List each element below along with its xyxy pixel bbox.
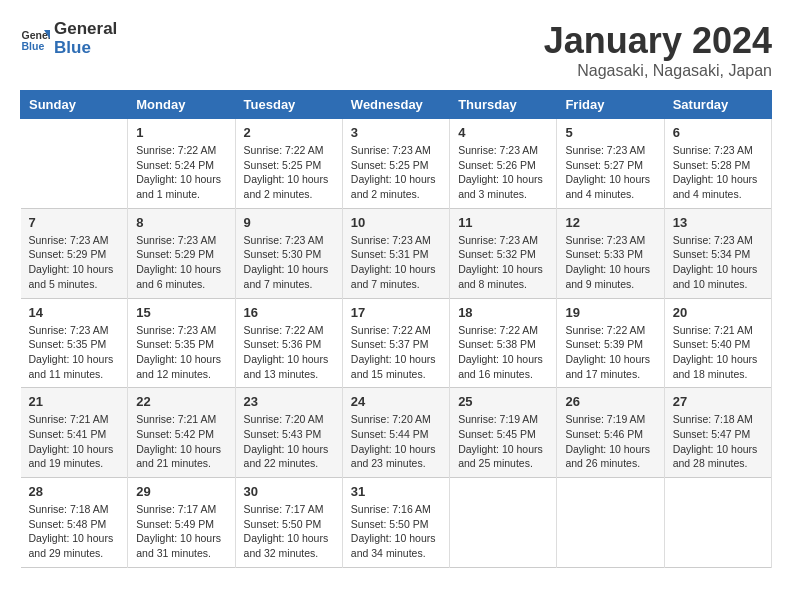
column-header-monday: Monday <box>128 91 235 119</box>
day-number: 2 <box>244 125 334 140</box>
day-number: 16 <box>244 305 334 320</box>
day-number: 8 <box>136 215 226 230</box>
day-info: Sunrise: 7:23 AM Sunset: 5:25 PM Dayligh… <box>351 143 441 202</box>
day-info: Sunrise: 7:17 AM Sunset: 5:49 PM Dayligh… <box>136 502 226 561</box>
calendar-cell: 14Sunrise: 7:23 AM Sunset: 5:35 PM Dayli… <box>21 298 128 388</box>
logo-general: General <box>54 20 117 39</box>
column-header-tuesday: Tuesday <box>235 91 342 119</box>
day-number: 29 <box>136 484 226 499</box>
week-row-3: 14Sunrise: 7:23 AM Sunset: 5:35 PM Dayli… <box>21 298 772 388</box>
day-info: Sunrise: 7:23 AM Sunset: 5:27 PM Dayligh… <box>565 143 655 202</box>
calendar-table: SundayMondayTuesdayWednesdayThursdayFrid… <box>20 90 772 568</box>
day-number: 22 <box>136 394 226 409</box>
calendar-cell: 17Sunrise: 7:22 AM Sunset: 5:37 PM Dayli… <box>342 298 449 388</box>
calendar-cell: 25Sunrise: 7:19 AM Sunset: 5:45 PM Dayli… <box>450 388 557 478</box>
calendar-cell <box>557 478 664 568</box>
day-info: Sunrise: 7:22 AM Sunset: 5:36 PM Dayligh… <box>244 323 334 382</box>
calendar-cell: 1Sunrise: 7:22 AM Sunset: 5:24 PM Daylig… <box>128 119 235 209</box>
day-info: Sunrise: 7:20 AM Sunset: 5:44 PM Dayligh… <box>351 412 441 471</box>
calendar-cell: 27Sunrise: 7:18 AM Sunset: 5:47 PM Dayli… <box>664 388 771 478</box>
day-info: Sunrise: 7:18 AM Sunset: 5:48 PM Dayligh… <box>29 502 120 561</box>
column-header-thursday: Thursday <box>450 91 557 119</box>
calendar-cell: 30Sunrise: 7:17 AM Sunset: 5:50 PM Dayli… <box>235 478 342 568</box>
calendar-cell: 8Sunrise: 7:23 AM Sunset: 5:29 PM Daylig… <box>128 208 235 298</box>
calendar-cell <box>21 119 128 209</box>
day-number: 18 <box>458 305 548 320</box>
day-number: 31 <box>351 484 441 499</box>
calendar-cell: 13Sunrise: 7:23 AM Sunset: 5:34 PM Dayli… <box>664 208 771 298</box>
calendar-cell <box>450 478 557 568</box>
day-number: 21 <box>29 394 120 409</box>
day-info: Sunrise: 7:23 AM Sunset: 5:29 PM Dayligh… <box>136 233 226 292</box>
column-header-sunday: Sunday <box>21 91 128 119</box>
week-row-1: 1Sunrise: 7:22 AM Sunset: 5:24 PM Daylig… <box>21 119 772 209</box>
calendar-cell: 29Sunrise: 7:17 AM Sunset: 5:49 PM Dayli… <box>128 478 235 568</box>
calendar-cell: 2Sunrise: 7:22 AM Sunset: 5:25 PM Daylig… <box>235 119 342 209</box>
svg-text:Blue: Blue <box>22 39 45 51</box>
day-info: Sunrise: 7:22 AM Sunset: 5:37 PM Dayligh… <box>351 323 441 382</box>
calendar-cell: 4Sunrise: 7:23 AM Sunset: 5:26 PM Daylig… <box>450 119 557 209</box>
calendar-cell: 22Sunrise: 7:21 AM Sunset: 5:42 PM Dayli… <box>128 388 235 478</box>
calendar-cell: 28Sunrise: 7:18 AM Sunset: 5:48 PM Dayli… <box>21 478 128 568</box>
day-info: Sunrise: 7:23 AM Sunset: 5:32 PM Dayligh… <box>458 233 548 292</box>
day-info: Sunrise: 7:21 AM Sunset: 5:42 PM Dayligh… <box>136 412 226 471</box>
day-info: Sunrise: 7:23 AM Sunset: 5:34 PM Dayligh… <box>673 233 763 292</box>
calendar-cell: 16Sunrise: 7:22 AM Sunset: 5:36 PM Dayli… <box>235 298 342 388</box>
day-number: 23 <box>244 394 334 409</box>
calendar-cell: 3Sunrise: 7:23 AM Sunset: 5:25 PM Daylig… <box>342 119 449 209</box>
day-info: Sunrise: 7:23 AM Sunset: 5:35 PM Dayligh… <box>136 323 226 382</box>
title-block: January 2024 Nagasaki, Nagasaki, Japan <box>544 20 772 80</box>
day-info: Sunrise: 7:17 AM Sunset: 5:50 PM Dayligh… <box>244 502 334 561</box>
calendar-cell: 20Sunrise: 7:21 AM Sunset: 5:40 PM Dayli… <box>664 298 771 388</box>
day-info: Sunrise: 7:21 AM Sunset: 5:41 PM Dayligh… <box>29 412 120 471</box>
column-header-friday: Friday <box>557 91 664 119</box>
day-number: 5 <box>565 125 655 140</box>
day-number: 26 <box>565 394 655 409</box>
calendar-cell: 9Sunrise: 7:23 AM Sunset: 5:30 PM Daylig… <box>235 208 342 298</box>
calendar-cell: 26Sunrise: 7:19 AM Sunset: 5:46 PM Dayli… <box>557 388 664 478</box>
calendar-cell: 31Sunrise: 7:16 AM Sunset: 5:50 PM Dayli… <box>342 478 449 568</box>
calendar-cell: 11Sunrise: 7:23 AM Sunset: 5:32 PM Dayli… <box>450 208 557 298</box>
week-row-4: 21Sunrise: 7:21 AM Sunset: 5:41 PM Dayli… <box>21 388 772 478</box>
calendar-cell: 5Sunrise: 7:23 AM Sunset: 5:27 PM Daylig… <box>557 119 664 209</box>
calendar-cell: 21Sunrise: 7:21 AM Sunset: 5:41 PM Dayli… <box>21 388 128 478</box>
day-info: Sunrise: 7:22 AM Sunset: 5:38 PM Dayligh… <box>458 323 548 382</box>
day-info: Sunrise: 7:23 AM Sunset: 5:33 PM Dayligh… <box>565 233 655 292</box>
day-number: 4 <box>458 125 548 140</box>
week-row-5: 28Sunrise: 7:18 AM Sunset: 5:48 PM Dayli… <box>21 478 772 568</box>
day-number: 1 <box>136 125 226 140</box>
column-header-wednesday: Wednesday <box>342 91 449 119</box>
day-info: Sunrise: 7:20 AM Sunset: 5:43 PM Dayligh… <box>244 412 334 471</box>
calendar-cell: 6Sunrise: 7:23 AM Sunset: 5:28 PM Daylig… <box>664 119 771 209</box>
column-headers: SundayMondayTuesdayWednesdayThursdayFrid… <box>21 91 772 119</box>
day-number: 10 <box>351 215 441 230</box>
day-info: Sunrise: 7:23 AM Sunset: 5:31 PM Dayligh… <box>351 233 441 292</box>
day-number: 24 <box>351 394 441 409</box>
day-info: Sunrise: 7:22 AM Sunset: 5:24 PM Dayligh… <box>136 143 226 202</box>
calendar-cell: 15Sunrise: 7:23 AM Sunset: 5:35 PM Dayli… <box>128 298 235 388</box>
day-number: 28 <box>29 484 120 499</box>
calendar-cell <box>664 478 771 568</box>
calendar-cell: 24Sunrise: 7:20 AM Sunset: 5:44 PM Dayli… <box>342 388 449 478</box>
week-row-2: 7Sunrise: 7:23 AM Sunset: 5:29 PM Daylig… <box>21 208 772 298</box>
day-info: Sunrise: 7:23 AM Sunset: 5:28 PM Dayligh… <box>673 143 763 202</box>
calendar-cell: 19Sunrise: 7:22 AM Sunset: 5:39 PM Dayli… <box>557 298 664 388</box>
day-info: Sunrise: 7:22 AM Sunset: 5:39 PM Dayligh… <box>565 323 655 382</box>
day-number: 17 <box>351 305 441 320</box>
day-info: Sunrise: 7:23 AM Sunset: 5:30 PM Dayligh… <box>244 233 334 292</box>
day-info: Sunrise: 7:16 AM Sunset: 5:50 PM Dayligh… <box>351 502 441 561</box>
column-header-saturday: Saturday <box>664 91 771 119</box>
day-number: 27 <box>673 394 763 409</box>
day-info: Sunrise: 7:23 AM Sunset: 5:26 PM Dayligh… <box>458 143 548 202</box>
day-number: 30 <box>244 484 334 499</box>
day-info: Sunrise: 7:18 AM Sunset: 5:47 PM Dayligh… <box>673 412 763 471</box>
day-number: 20 <box>673 305 763 320</box>
day-number: 3 <box>351 125 441 140</box>
day-info: Sunrise: 7:19 AM Sunset: 5:45 PM Dayligh… <box>458 412 548 471</box>
day-number: 6 <box>673 125 763 140</box>
calendar-cell: 12Sunrise: 7:23 AM Sunset: 5:33 PM Dayli… <box>557 208 664 298</box>
day-number: 25 <box>458 394 548 409</box>
page-header: General Blue General Blue January 2024 N… <box>20 20 772 80</box>
day-info: Sunrise: 7:19 AM Sunset: 5:46 PM Dayligh… <box>565 412 655 471</box>
logo-icon: General Blue <box>20 24 50 54</box>
